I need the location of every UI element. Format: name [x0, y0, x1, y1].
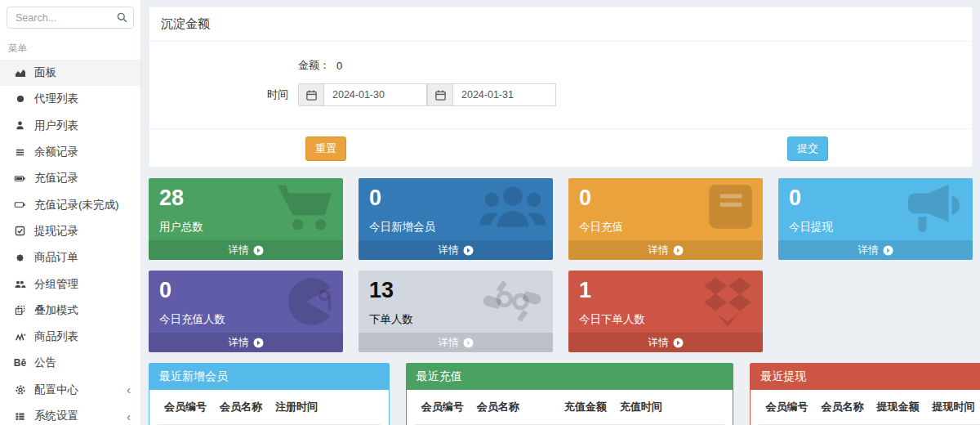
info-box-details-link[interactable]: 详情 — [568, 333, 763, 352]
recent-table-panel-3: 最近提现会员编号会员名称提现金额提现时间 — [750, 363, 980, 425]
panel-title: 沉淀金额 — [149, 7, 972, 42]
users-icon — [13, 279, 27, 289]
date-to-group — [427, 83, 556, 106]
sidebar-item-label: 提现记录 — [34, 224, 78, 239]
table-column-header: 充值金额 — [558, 390, 613, 425]
details-label: 详情 — [648, 336, 669, 350]
info-box-details-link[interactable]: 详情 — [568, 240, 763, 260]
search-input[interactable] — [7, 7, 134, 29]
area-chart-icon — [13, 67, 27, 78]
sidebar-item-5[interactable]: 充值记录 — [0, 165, 140, 191]
arrow-circle-right-icon — [253, 245, 264, 256]
date-to-input[interactable] — [452, 83, 556, 106]
list-icon — [13, 147, 27, 158]
table-column-header: 会员编号 — [415, 390, 470, 425]
table-body: 会员编号会员名称充值金额充值时间218758天美社区源码网200.002023-… — [407, 390, 733, 425]
sidebar-item-label: 系统设置 — [34, 409, 78, 423]
sidebar-item-2[interactable]: 代理列表 — [0, 86, 140, 112]
sidebar-item-label: 充值记录(未完成) — [34, 198, 119, 212]
sidebar-item-9[interactable]: 分组管理 — [0, 271, 140, 297]
sidebar-item-3[interactable]: 用户列表 — [0, 113, 140, 139]
info-box-2: 0今日新增会员详情 — [359, 178, 553, 260]
sidebar-item-label: 面板 — [34, 65, 56, 80]
arrow-circle-right-icon — [883, 245, 893, 256]
submit-button[interactable]: 提交 — [787, 136, 828, 161]
sidebar-item-14[interactable]: 系统设置‹ — [0, 403, 140, 425]
sidebar-item-1[interactable]: 面板 — [0, 60, 140, 86]
table-title: 最近新增会员 — [149, 364, 389, 390]
table-column-header: 提现金额 — [870, 390, 925, 425]
table-title: 最近充值 — [407, 364, 733, 390]
sidebar-item-label: 充值记录 — [34, 171, 78, 186]
sidebar-menu: 面板代理列表用户列表余额记录充值记录充值记录(未完成)提现记录商品订单分组管理叠… — [0, 60, 140, 425]
sidebar-item-4[interactable]: 余额记录 — [0, 139, 140, 165]
sidebar-item-label: 代理列表 — [34, 92, 78, 106]
info-box-6: 13下单人数详情 — [359, 271, 553, 352]
table-column-header: 会员名称 — [470, 390, 558, 425]
sidebar-item-label: 公告 — [34, 356, 56, 370]
amount-row: 金额： 0 — [149, 58, 972, 73]
info-boxes: 28用户总数详情0今日新增会员详情0今日充值详情0今日提现详情0今日充值人数详情… — [149, 178, 973, 352]
sidebar-item-6[interactable]: 充值记录(未完成) — [0, 191, 140, 217]
arrow-circle-right-icon — [673, 338, 684, 348]
date-from-input[interactable] — [323, 83, 427, 106]
search-icon[interactable] — [117, 12, 127, 23]
date-from-group — [298, 83, 427, 106]
info-box-label: 今日新增会员 — [359, 211, 553, 235]
menu-section-label: 菜单 — [8, 42, 140, 55]
sidebar-item-13[interactable]: 配置中心‹ — [0, 377, 140, 403]
recent-table-panel-2: 最近充值会员编号会员名称充值金额充值时间218758天美社区源码网200.002… — [406, 363, 734, 425]
time-label: 时间 — [149, 87, 298, 102]
info-box-details-link[interactable]: 详情 — [778, 240, 973, 260]
circle-icon — [13, 94, 27, 104]
info-box-7: 1今日下单人数详情 — [568, 271, 763, 352]
info-box-1: 28用户总数详情 — [149, 178, 343, 260]
user-icon — [13, 120, 27, 131]
info-box-details-link[interactable]: 详情 — [359, 333, 553, 352]
info-box-3: 0今日充值详情 — [568, 178, 763, 260]
sidebar-item-label: 用户列表 — [34, 119, 78, 133]
cog-icon — [13, 384, 27, 396]
table-column-header: 会员编号 — [158, 390, 213, 425]
info-box-5: 0今日充值人数详情 — [149, 271, 343, 352]
sidebar-item-11[interactable]: 商品列表 — [0, 324, 140, 350]
arrow-circle-right-icon — [463, 245, 474, 256]
table-title: 最近提现 — [751, 364, 980, 390]
arrow-circle-right-icon — [253, 338, 264, 348]
behance-icon: Bē — [13, 358, 27, 368]
amount-value: 0 — [336, 60, 342, 72]
details-label: 详情 — [229, 244, 249, 257]
table-column-header: 提现时间 — [925, 390, 980, 425]
sidebar-item-10[interactable]: 叠加模式 — [0, 298, 140, 324]
certificate-icon — [13, 253, 27, 263]
info-box-details-link[interactable]: 详情 — [149, 333, 343, 352]
reset-button[interactable]: 重置 — [305, 136, 346, 161]
sidebar-item-label: 配置中心 — [34, 382, 78, 397]
table-column-header: 会员编号 — [759, 390, 814, 425]
signal-icon — [13, 332, 27, 342]
sidebar-item-label: 商品列表 — [34, 329, 78, 344]
battery-full-icon — [13, 173, 27, 184]
info-box-details-link[interactable]: 详情 — [359, 240, 553, 260]
sidebar-item-label: 叠加模式 — [34, 303, 78, 318]
calendar-icon — [298, 83, 323, 106]
sidebar-item-label: 余额记录 — [34, 145, 78, 159]
info-box-details-link[interactable]: 详情 — [149, 240, 343, 260]
panel-footer: 重置 提交 — [149, 128, 972, 167]
chevron-left-icon: ‹ — [127, 383, 131, 396]
details-label: 详情 — [858, 244, 879, 257]
info-box-label: 今日充值人数 — [149, 303, 343, 327]
info-box-label: 用户总数 — [149, 211, 343, 235]
info-box-value: 28 — [149, 178, 343, 211]
calendar-icon — [427, 83, 452, 106]
sidebar-item-7[interactable]: 提现记录 — [0, 218, 140, 244]
sidebar-item-8[interactable]: 商品订单 — [0, 244, 140, 271]
table-column-header: 注册时间 — [269, 390, 381, 425]
info-box-value: 1 — [568, 271, 763, 303]
sidebar-search — [7, 7, 134, 29]
sidebar-item-12[interactable]: Bē公告 — [0, 350, 140, 376]
info-box-label: 今日充值 — [568, 211, 763, 235]
info-box-label: 今日提现 — [778, 211, 973, 235]
check-square-icon — [13, 226, 27, 236]
table-body: 会员编号会员名称提现金额提现时间 — [751, 390, 980, 425]
